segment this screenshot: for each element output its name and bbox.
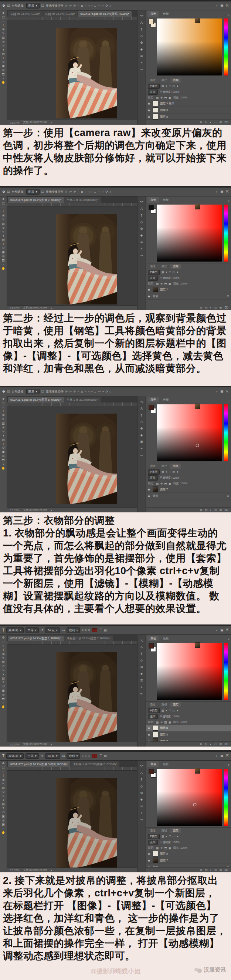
fill-field[interactable]: 填充: 100% <box>173 282 187 286</box>
layers-bottom-icon[interactable]: ƒx <box>205 121 208 124</box>
auto-select-checkbox[interactable]: ☑ <box>7 190 9 194</box>
color-picker[interactable] <box>147 404 229 462</box>
blend-mode-dropdown[interactable]: 正常 <box>148 840 158 845</box>
dock-panel-icon[interactable]: A <box>141 207 143 210</box>
options-right-icon[interactable]: ▣ <box>220 4 224 8</box>
layers-panel-tab[interactable]: 图层 <box>170 828 181 833</box>
auto-select-checkbox[interactable]: ☑ <box>7 4 9 7</box>
document-tab[interactable]: 1.jpg @ 33.3%(RGB/8)* <box>8 11 43 17</box>
layer-row[interactable]: ◉背景⊡ <box>146 293 231 300</box>
layer-row[interactable]: ◉图层 3 <box>146 107 231 114</box>
tool-icon[interactable]: ⊙ <box>2 226 5 230</box>
layers-bottom-icon[interactable]: ◐ <box>210 743 212 746</box>
tool-icon[interactable]: ⬒ <box>2 258 5 262</box>
tool-icon[interactable]: ∿ <box>2 230 5 234</box>
layer-filter-icon[interactable]: ● <box>177 709 179 712</box>
layer-filter-icons[interactable]: ▦◐T▭● <box>161 709 179 712</box>
tool-icon[interactable]: T <box>3 806 5 810</box>
foreground-color-swatch[interactable] <box>149 205 154 210</box>
dock-panel-icon[interactable]: ¶ <box>141 213 143 217</box>
visibility-eye-icon[interactable]: ◉ <box>148 295 151 298</box>
layers-bottom-icon[interactable]: ⌦ <box>224 306 228 309</box>
tool-icon[interactable]: ↺ <box>2 60 5 64</box>
layer-row[interactable]: ◉图层 7 <box>146 486 231 493</box>
tool-icon[interactable]: ⬚ <box>2 401 5 405</box>
layers-panel-tab[interactable]: 路径 <box>159 264 170 269</box>
align-icon[interactable]: ⊩ <box>65 4 68 8</box>
text-align-icon[interactable]: ≡ <box>82 628 84 632</box>
layer-name[interactable]: 背景 <box>153 294 158 298</box>
visibility-eye-icon[interactable]: ◉ <box>148 109 151 112</box>
tool-icon[interactable]: ⬒ <box>2 697 5 701</box>
font-family-dropdown[interactable]: 黑体-简▾ <box>6 753 24 759</box>
status-arrow-icon[interactable]: ▸ <box>51 121 52 124</box>
layers-bottom-icon[interactable]: ⊞ <box>220 121 222 124</box>
tool-icon[interactable]: ▤ <box>2 52 5 56</box>
layer-filter-icon[interactable]: ● <box>177 270 179 274</box>
layer-filter-icon[interactable]: ▭ <box>172 470 175 474</box>
tool-icon[interactable]: ○ <box>3 205 5 209</box>
layer-filter-icon[interactable]: T <box>169 835 171 838</box>
dock-panel-icon[interactable]: ⌥ <box>140 638 143 642</box>
tool-icon[interactable]: ◑ <box>3 434 5 438</box>
layer-filter-dropdown[interactable]: P类型 <box>148 708 160 713</box>
foreground-background-swatches[interactable] <box>149 205 156 214</box>
tool-icon[interactable]: ⬒ <box>2 72 5 76</box>
fill-field[interactable]: 填充: 100% <box>173 96 187 100</box>
tool-icon[interactable]: ⌇ <box>3 409 4 413</box>
tool-icon[interactable]: ∿ <box>2 668 5 672</box>
visibility-eye-icon[interactable]: ◉ <box>148 102 151 105</box>
distribute-icon[interactable]: ⋯ <box>98 4 101 7</box>
layer-filter-dropdown[interactable]: P类型 <box>148 834 160 839</box>
lock-icon[interactable]: ▦ <box>156 96 159 100</box>
text-align-buttons[interactable]: ≡≡≡ <box>82 628 90 632</box>
dock-panel-icon[interactable]: ¶ <box>141 27 143 31</box>
zoom-level[interactable]: 16.67% <box>10 121 19 124</box>
tool-icon[interactable]: ○ <box>3 405 5 409</box>
layers-bottom-icon[interactable]: ⊞ <box>220 306 222 309</box>
lock-icons[interactable]: ▦✛⬒▣ <box>156 96 171 100</box>
layer-filter-icon[interactable]: T <box>169 84 171 88</box>
foreground-background-swatches[interactable] <box>149 643 156 652</box>
tool-icon[interactable]: ⊞ <box>2 27 5 32</box>
toggle-panels-icon[interactable]: ▤ <box>104 754 107 758</box>
visibility-eye-icon[interactable]: ◉ <box>148 853 151 855</box>
tool-icon[interactable]: ⬚ <box>2 765 5 770</box>
type-tool-icon[interactable]: T <box>2 628 5 632</box>
toolbar[interactable]: ✥⬚○⌇⊞✎▧⊙∿◑▤T↺▣◎⬒⌕✋ <box>0 635 7 746</box>
layers-bottom-icon[interactable]: ⌦ <box>224 868 228 872</box>
panel-menu-icon[interactable]: ≡ <box>228 399 229 402</box>
layers-bottom-icon[interactable]: ⊞ <box>220 743 222 746</box>
lock-icon[interactable]: ⬒ <box>164 846 167 850</box>
tool-icon[interactable]: ∿ <box>2 794 5 798</box>
dock-panel-icon[interactable]: ⌖ <box>141 247 142 251</box>
hue-strip[interactable] <box>224 19 228 75</box>
document-tab[interactable]: 0C0A1175.psd @ 16.7%(图层 3 拷贝, RGB/8)* <box>8 761 70 767</box>
saturation-brightness-field[interactable] <box>157 19 222 75</box>
panel-menu-icon[interactable]: ≡ <box>228 199 229 203</box>
font-style-dropdown[interactable]: 中等▾ <box>25 627 39 633</box>
options-right-icons[interactable]: ⌕▣⇱ <box>216 628 229 632</box>
collapsed-panels-dock[interactable]: ⌥A¶◇⊕◈≣⌖✑ <box>137 10 146 125</box>
hue-strip[interactable] <box>224 643 228 700</box>
status-arrow-icon[interactable]: ▸ <box>51 743 52 746</box>
layer-filter-icon[interactable]: ▦ <box>161 709 165 712</box>
layers-panel-tab[interactable]: 通道 <box>147 828 158 833</box>
tool-icon[interactable]: ✥ <box>2 197 5 201</box>
lock-icon[interactable]: ▦ <box>156 282 159 286</box>
lock-icon[interactable]: ✛ <box>160 721 163 724</box>
align-icon[interactable]: ≡ <box>85 390 87 394</box>
layers-panel-tab[interactable]: 路径 <box>159 702 170 707</box>
layer-row[interactable]: ◉图层 5 <box>146 851 231 857</box>
tool-icon[interactable]: ⊞ <box>2 778 5 782</box>
align-icon[interactable]: ≡ <box>85 4 87 8</box>
canvas[interactable] <box>7 20 137 120</box>
options-right-icon[interactable]: ⇱ <box>226 390 229 394</box>
tool-icon[interactable]: ▧ <box>2 422 5 425</box>
tab-color-panel[interactable]: 颜色 <box>147 636 159 641</box>
blend-mode-dropdown[interactable]: 正常 <box>148 714 158 719</box>
text-align-icon[interactable]: ≡ <box>85 754 87 758</box>
toolbar[interactable]: ✥⬚○⌇⊞✎▧⊙∿◑▤T↺▣◎⬒⌕✋ <box>0 396 7 512</box>
document-tab[interactable]: 未标题-1 @ 23.3%(图层 2, RGB/8)* <box>71 761 119 767</box>
tool-icon[interactable]: ▧ <box>2 660 5 664</box>
